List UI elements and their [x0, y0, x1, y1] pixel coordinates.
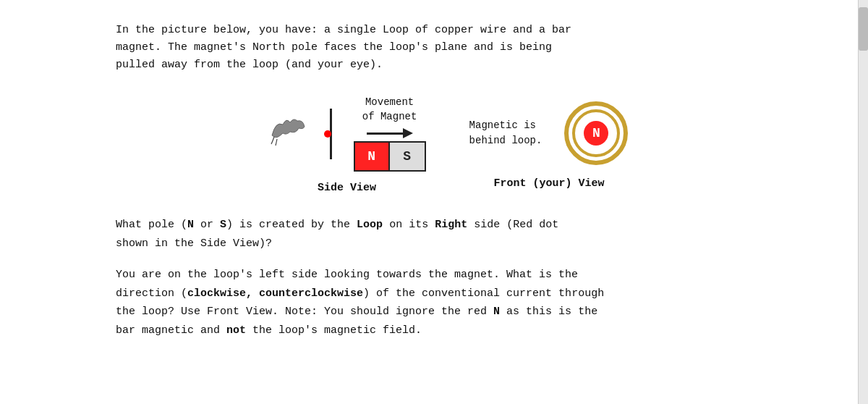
front-n-circle: N [584, 121, 608, 146]
front-view-label: Front (your) View [493, 177, 604, 190]
question1-line2: shown in the Side View)? [116, 237, 272, 250]
magnetic-line1: Magnetic is [469, 119, 536, 131]
movement-line1: Movement [365, 96, 414, 108]
side-view-inner: Movement of Magnet N S [268, 96, 426, 172]
loop-bold: Loop [357, 219, 383, 231]
intro-line1: In the picture below, you have: a single… [116, 24, 571, 36]
intro-line3: pulled away from the loop (and your eye)… [116, 59, 383, 71]
front-view-section: Magnetic is behind loop. N Front (your) … [469, 101, 629, 190]
magnet-rectangle: N S [354, 141, 426, 172]
side-view-label: Side View [318, 182, 376, 194]
front-view-inner: Magnetic is behind loop. N [469, 101, 629, 166]
right-bold: Right [435, 219, 467, 231]
movement-label: Movement of Magnet [362, 96, 417, 124]
n-bold: N [187, 219, 194, 231]
magnetic-line2: behind loop. [469, 135, 542, 146]
question2-line2: direction (clockwise, counterclockwise) … [116, 287, 604, 300]
question2-block: You are on the loop's left side looking … [116, 266, 781, 340]
magnet-n-label: N [355, 143, 390, 170]
magnet-s-label: S [390, 143, 425, 170]
side-view-section: Movement of Magnet N S Side View [268, 96, 426, 194]
arrow-head-icon [403, 128, 413, 138]
scrollbar-thumb[interactable] [859, 7, 868, 51]
magnetic-behind-label: Magnetic is behind loop. [469, 118, 542, 148]
s-bold: S [220, 219, 226, 231]
question2-line3: the loop? Use Front View. Note: You shou… [116, 306, 597, 318]
arrow-row [367, 128, 413, 138]
loop-vertical-line [330, 109, 332, 159]
front-loop-container: N [563, 101, 629, 166]
arrow-line [367, 132, 403, 135]
not-bold: not [226, 324, 246, 337]
bird-sketch-icon [268, 114, 308, 153]
intro-paragraph: In the picture below, you have: a single… [116, 22, 781, 74]
question1-block: What pole (N or S) is created by the Loo… [116, 216, 781, 253]
magnet-block: Movement of Magnet N S [354, 96, 426, 172]
movement-line2: of Magnet [362, 111, 417, 122]
clockwise-bold: clockwise, counterclockwise [187, 287, 363, 300]
question2-line1: You are on the loop's left side looking … [116, 269, 578, 281]
question1-line1: What pole (N or S) is created by the Loo… [116, 219, 558, 231]
n-bold2: N [493, 306, 500, 318]
diagram-area: Movement of Magnet N S Side View Magneti… [116, 96, 781, 194]
intro-line2: magnet. The magnet's North pole faces th… [116, 41, 552, 54]
question2-line4: bar magnetic and not the loop's magnetic… [116, 324, 422, 337]
red-dot [324, 130, 331, 138]
scrollbar[interactable] [858, 0, 868, 404]
